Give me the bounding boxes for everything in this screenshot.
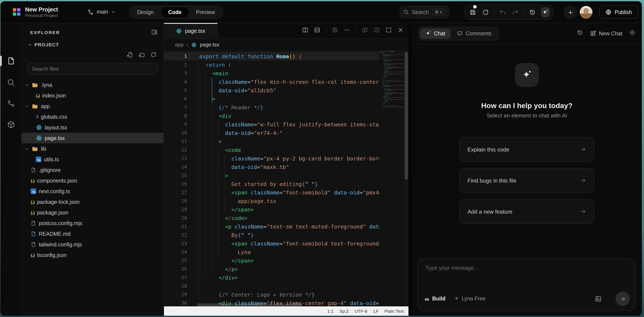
tree-item-tsconfig-json[interactable]: {..}tsconfig.json [22,250,164,260]
code-line-21[interactable]: 21 <p className="text-sm text-muted-fore… [164,222,380,231]
minimap[interactable]: export default function Home() { return … [380,51,404,303]
refresh-button[interactable] [481,7,490,17]
tree-item-components-json[interactable]: {..}components.json [22,175,164,186]
new-chat-button[interactable]: New Chat [590,30,622,36]
tree-item-utils-ts[interactable]: TSutils.ts [22,154,164,165]
explorer-title: EXPLORER [30,29,60,35]
avatar[interactable] [580,6,592,19]
code-line-16[interactable]: 16 Get started by editing{" "} [164,180,380,188]
undo-button[interactable] [498,7,507,17]
code-line-17[interactable]: 17 <span className="font-semibold" data-… [164,188,380,197]
mode-tab-preview[interactable]: Preview [189,7,222,17]
suggestion-card[interactable]: Explain this code [459,137,594,162]
chat-history-button[interactable] [577,29,583,37]
code-line-24[interactable]: 24 Lyna [164,248,380,256]
project-info[interactable]: New Project Personal Project [25,6,58,18]
more-actions-button[interactable] [344,26,350,35]
tree-item-tailwind-config-mjs[interactable]: tailwind.config.mjs [22,239,164,250]
code-line-14[interactable]: 14 data-oid="maxk.tb" [164,163,380,171]
attach-image-icon[interactable] [594,295,602,302]
code-line-29[interactable]: 29 {/* Center: Logo + Version */} [164,290,380,299]
code-line-23[interactable]: 23 <span className="font-semibold text-f… [164,239,380,248]
code-editor[interactable]: 1export default function Home() {2 retur… [164,51,408,306]
chat-tab-comments[interactable]: Comments [452,28,497,38]
code-line-3[interactable]: 3 <main [164,69,380,77]
tree-item-next-config-ts[interactable]: TSnext.config.ts [22,186,164,197]
code-line-28[interactable]: 28 [164,282,380,290]
activity-source-control[interactable] [6,100,15,108]
tree-item-readme-md[interactable]: README.md [22,229,164,239]
model-selector[interactable]: Lyna Free [454,296,486,302]
open-to-side-button[interactable] [362,26,368,35]
breadcrumb[interactable]: app › page.tsx [164,39,408,51]
project-section[interactable]: PROJECT [22,35,164,47]
code-line-20[interactable]: 20 </code> [164,214,380,222]
code-line-7[interactable]: 7 {/* Header */} [164,103,380,111]
code-line-8[interactable]: 8 <div [164,111,380,120]
tree-item-lib[interactable]: lib [22,143,164,154]
message-input[interactable] [426,265,628,271]
code-line-13[interactable]: 13 className="px-4 py-2 bg-card border b… [164,154,380,163]
collapse-sidebar-icon[interactable] [151,29,158,35]
tree-item--lyna[interactable]: .lyna [22,80,164,90]
horizontal-scrollbar[interactable] [197,303,302,306]
code-line-4[interactable]: 4 className="flex min-h-screen flex-col … [164,77,380,86]
chat-tab-chat[interactable]: Chat [420,28,451,38]
code-line-10[interactable]: 10 data-oid="er74-4-" [164,128,380,137]
add-button[interactable] [564,5,577,19]
explorer-refresh-explorer-button[interactable] [150,51,157,59]
build-mode-button[interactable]: ∞ Build [425,296,446,302]
split-vertical-button[interactable] [302,26,308,35]
code-line-11[interactable]: 11 > [164,137,380,146]
code-line-12[interactable]: 12 <code [164,146,380,154]
code-line-9[interactable]: 9 className="w-full flex justify-between… [164,120,380,128]
mode-tab-design[interactable]: Design [130,7,161,17]
code-line-26[interactable]: 26 </p> [164,265,380,273]
save-file-button[interactable] [332,26,338,35]
send-button[interactable] [616,292,630,306]
tree-item-package-lock-json[interactable]: {..}package-lock.json [22,197,164,207]
branch-selector[interactable]: main [87,1,116,22]
code-line-22[interactable]: 22 By{" "} [164,231,380,239]
close-editor-button[interactable] [398,26,404,35]
global-search[interactable]: Search ⌘ K [400,5,450,19]
tree-item-app[interactable]: app [22,101,164,111]
publish-button[interactable]: Publish [599,5,638,19]
code-line-1[interactable]: 1export default function Home() { [164,52,380,60]
tree-item-globals-css[interactable]: 3globals.css [22,111,164,122]
code-line-27[interactable]: 27 </div> [164,273,380,282]
code-line-5[interactable]: 5 data-oid="al1dcb5" [164,86,380,94]
activity-files[interactable] [6,57,15,65]
code-line-15[interactable]: 15 > [164,171,380,180]
app-logo[interactable] [13,8,20,16]
history-button[interactable] [528,7,537,17]
vertical-scrollbar[interactable] [404,51,408,306]
code-line-25[interactable]: 25 </span> [164,256,380,265]
fullscreen-button[interactable] [386,26,392,35]
activity-search[interactable] [6,78,15,87]
activity-packages[interactable] [6,120,15,129]
tree-item-package-json[interactable]: {..}package.json [22,207,164,218]
tree-item-layout-tsx[interactable]: layout.tsx [22,122,164,133]
tree-item-index-json[interactable]: {..}index.json [22,90,164,101]
file-search-input[interactable] [28,66,158,72]
explorer-new-file-button[interactable] [126,51,133,59]
code-line-2[interactable]: 2 return ( [164,60,380,69]
redo-button[interactable] [511,7,520,17]
split-horizontal-button[interactable] [314,26,320,35]
collapse-panel-button[interactable] [374,26,380,35]
code-line-6[interactable]: 6 > [164,94,380,103]
suggestion-card[interactable]: Find bugs in this file [459,168,594,193]
tree-item--gitignore[interactable]: .gitignore [22,165,164,175]
editor-tab-page-tsx[interactable]: page.tsx [164,23,218,38]
tree-item-page-tsx[interactable]: page.tsx [22,133,164,143]
chat-settings-button[interactable] [629,29,636,37]
suggestion-card[interactable]: Add a new feature [459,199,594,224]
ai-button[interactable] [541,7,550,17]
explorer-new-folder-button[interactable] [138,51,145,59]
code-line-18[interactable]: 18 app/page.tsx [164,197,380,205]
mode-tab-code[interactable]: Code [161,7,189,17]
code-line-19[interactable]: 19 </span> [164,205,380,214]
save-button[interactable] [468,7,477,17]
tree-item-postcss-config-mjs[interactable]: postcss.config.mjs [22,218,164,229]
